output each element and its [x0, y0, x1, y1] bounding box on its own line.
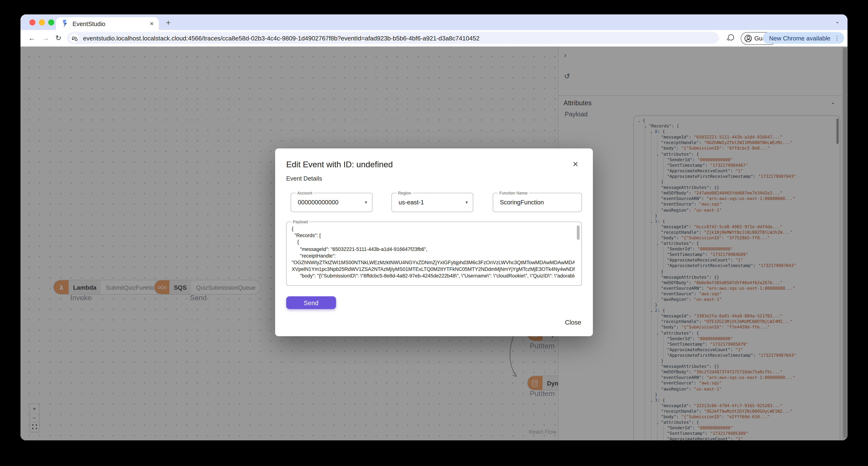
browser-toolbar: ← → ↻ eventstudio.localhost.localstack.c… [21, 30, 847, 47]
window-close-button[interactable] [29, 19, 35, 26]
region-select[interactable]: Region us-east-1 ▾ [392, 193, 473, 212]
account-field-label: Account [296, 191, 314, 196]
function-name-input[interactable]: Function Name ScoringFunction [493, 193, 582, 212]
find-in-page-icon[interactable] [728, 34, 734, 40]
payload-textarea-scrollbar[interactable] [577, 226, 580, 240]
event-details-section-title: Event Details [286, 175, 322, 182]
browser-tab[interactable]: EventStudio ✕ [56, 17, 159, 30]
payload-line: "OGZhNWIyZTktZWI1MS00NTNkLWEzMzktNWU4NGY… [292, 259, 575, 266]
payload-line: XVpelN1Ym1pc3Npb25RdWV1ZSA2NTAzMjIyMS01M… [292, 266, 575, 273]
back-icon[interactable]: ← [28, 34, 35, 42]
payload-line: { [292, 226, 575, 232]
eventstudio-favicon-icon [61, 20, 69, 27]
window-zoom-button[interactable] [48, 19, 54, 26]
dropdown-caret-icon[interactable]: ▾ [466, 200, 468, 205]
dropdown-caret-icon[interactable]: ▾ [365, 200, 367, 205]
modal-title: Edit Event with ID: undefined [286, 159, 393, 169]
new-tab-button[interactable]: ＋ [164, 18, 172, 28]
region-field-label: Region [396, 191, 413, 196]
chrome-update-label: New Chrome available [769, 35, 830, 41]
payload-field-label: Payload [291, 219, 309, 224]
tab-search-chevron-icon[interactable]: ⌄ [835, 18, 840, 24]
close-button[interactable]: Close [565, 319, 581, 326]
url-text[interactable]: eventstudio.localhost.localstack.cloud:4… [83, 35, 479, 41]
edit-event-modal: Edit Event with ID: undefined ✕ Event De… [275, 148, 593, 336]
payload-line: "receiptHandle": [292, 252, 575, 259]
tab-strip: EventStudio ✕ ＋ ⌄ [21, 14, 847, 30]
modal-close-icon[interactable]: ✕ [572, 160, 579, 168]
user-avatar-icon [744, 35, 751, 42]
tab-close-icon[interactable]: ✕ [150, 21, 154, 26]
payload-line: { [292, 239, 575, 246]
function-name-field-value: ScoringFunction [500, 199, 544, 205]
site-settings-icon[interactable] [70, 34, 79, 42]
account-field-value: 000000000000 [298, 199, 338, 205]
send-button[interactable]: Send [286, 296, 336, 309]
account-select[interactable]: Account 000000000000 ▾ [291, 193, 373, 212]
browser-window: EventStudio ✕ ＋ ⌄ ← → ↻ eventstudio.loca… [21, 14, 847, 440]
payload-textarea[interactable]: Payload { "Records": [ { "messageId": "6… [286, 222, 582, 286]
function-name-field-label: Function Name [498, 191, 529, 196]
address-bar[interactable]: eventstudio.localhost.localstack.cloud:4… [67, 32, 719, 44]
screenshot-stage: EventStudio ✕ ＋ ⌄ ← → ↻ eventstudio.loca… [0, 0, 868, 466]
menu-kebab-icon[interactable]: ⋮ [834, 35, 840, 41]
region-field-value: us-east-1 [399, 199, 424, 205]
chrome-update-button[interactable]: New Chrome available ⋮ [763, 32, 844, 44]
payload-line: "body": "{\"SubmissionID\": \"6ffdcbc5-8… [292, 273, 575, 280]
reload-icon[interactable]: ↻ [55, 34, 61, 42]
window-minimize-button[interactable] [39, 19, 45, 26]
payload-line: "Records": [ [292, 232, 575, 239]
tab-title: EventStudio [72, 20, 150, 27]
forward-icon[interactable]: → [42, 34, 49, 42]
payload-line: "messageId": "65032221-5111-443b-a1d4-91… [292, 246, 575, 253]
